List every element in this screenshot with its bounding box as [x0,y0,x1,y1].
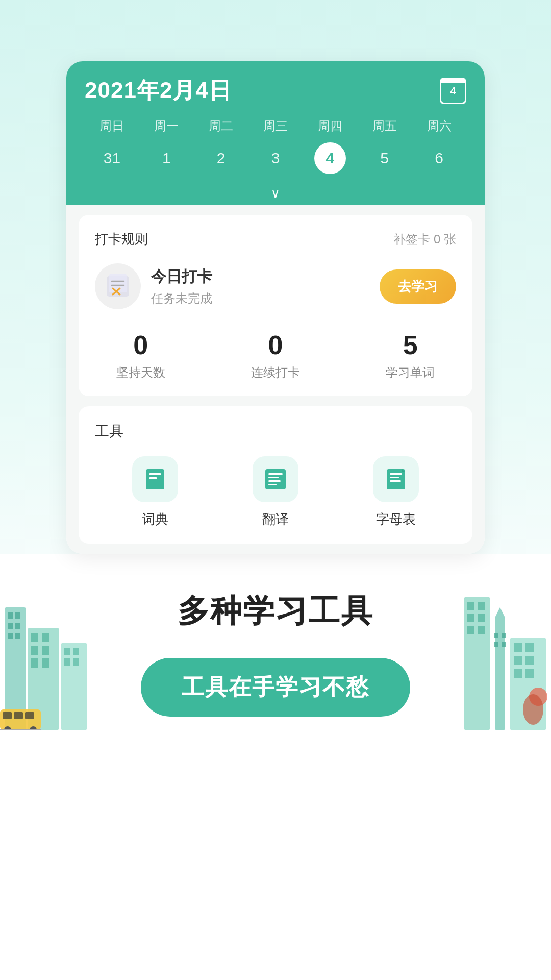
checkin-rules-label[interactable]: 打卡规则 [95,230,148,248]
svg-rect-59 [268,477,279,478]
svg-rect-20 [3,712,12,719]
weekday-sun: 周日 [85,116,139,136]
svg-rect-65 [390,477,399,478]
svg-rect-2 [15,612,20,619]
date-5[interactable]: 5 [357,142,412,174]
weekday-thu: 周四 [303,116,357,136]
checkin-today-title: 今日打卡 [151,266,369,287]
alphabet-label: 字母表 [376,510,416,528]
svg-rect-12 [31,658,38,668]
svg-rect-28 [478,602,485,610]
svg-marker-34 [495,607,505,618]
calendar-title: 2021年2月4日 [85,76,232,106]
checkin-today-subtitle: 任务未完成 [151,290,369,307]
tools-row: 词典 翻译 [95,456,456,528]
svg-rect-16 [73,648,79,655]
dictionary-icon-wrap [132,456,178,502]
translate-icon [263,467,288,492]
tool-alphabet[interactable]: 字母表 [373,456,419,528]
checkin-today-row: 今日打卡 任务未完成 去学习 [95,263,456,309]
svg-rect-29 [467,614,474,622]
weekday-fri: 周五 [357,116,412,136]
svg-rect-11 [42,646,49,655]
supplement-card-label[interactable]: 补签卡 0 张 [393,231,456,248]
tool-translate[interactable]: 翻译 [253,456,298,528]
date-6[interactable]: 6 [412,142,466,174]
calendar-icon[interactable]: 4 [440,78,466,104]
date-2[interactable]: 2 [194,142,248,174]
svg-rect-36 [502,633,506,638]
dictionary-icon [143,467,167,492]
svg-rect-10 [31,646,38,655]
svg-rect-45 [525,669,534,678]
stat-divider-1 [208,340,208,371]
svg-rect-64 [390,473,402,475]
svg-rect-14 [61,643,87,730]
date-31[interactable]: 31 [85,142,139,174]
stat-streak: 0 连续打卡 [251,330,300,381]
app-card: 2021年2月4日 4 周日 周一 周二 周三 周四 周五 周六 31 1 2 … [66,61,485,554]
svg-rect-35 [494,633,498,638]
weekday-row: 周日 周一 周二 周三 周四 周五 周六 [85,116,466,136]
svg-rect-18 [73,658,79,666]
sub-tagline-button[interactable]: 工具在手学习不愁 [141,658,410,717]
date-4-active[interactable]: 4 [314,142,346,174]
svg-rect-61 [268,484,277,485]
svg-rect-37 [494,642,498,647]
svg-rect-15 [64,648,70,655]
svg-rect-58 [268,473,283,475]
stat-persist-value: 0 [133,330,148,360]
stat-streak-value: 0 [268,330,283,360]
stat-words-value: 5 [403,330,418,360]
date-3[interactable]: 3 [248,142,303,174]
svg-rect-22 [25,712,34,719]
svg-rect-55 [149,473,161,475]
stat-streak-label: 连续打卡 [251,364,300,381]
go-study-button[interactable]: 去学习 [380,270,456,304]
content-area: 打卡规则 补签卡 0 张 今日打卡 [66,205,485,554]
svg-rect-31 [467,626,474,634]
stats-row: 0 坚持天数 0 连续打卡 5 学习单词 [95,330,456,381]
alphabet-icon [384,467,408,492]
weekday-wed: 周三 [248,116,303,136]
svg-rect-3 [8,623,13,629]
svg-rect-30 [478,614,485,622]
tool-dictionary[interactable]: 词典 [132,456,178,528]
city-left-illustration [0,567,92,730]
stat-words-label: 学习单词 [386,364,435,381]
svg-rect-6 [15,633,20,639]
svg-rect-57 [265,469,286,489]
svg-rect-27 [467,602,474,610]
svg-rect-13 [42,658,49,668]
stat-persist-label: 坚持天数 [116,364,165,381]
svg-rect-44 [514,669,522,678]
calendar-expand-arrow[interactable]: ∨ [85,182,466,205]
svg-rect-66 [390,480,401,482]
checkin-task-icon [103,271,133,302]
tools-section-title: 工具 [95,422,456,441]
translate-icon-wrap [253,456,298,502]
svg-rect-40 [514,643,522,652]
translate-label: 翻译 [262,510,289,528]
svg-rect-25 [0,729,41,730]
svg-rect-8 [31,633,38,642]
svg-rect-1 [8,612,13,619]
svg-rect-38 [502,642,506,647]
checkin-task-icon-wrap [95,263,141,309]
svg-rect-21 [14,712,23,719]
weekday-mon: 周一 [139,116,194,136]
date-1[interactable]: 1 [139,142,194,174]
svg-rect-32 [478,626,485,634]
svg-rect-56 [149,477,157,479]
svg-rect-4 [15,623,20,629]
checkin-card: 打卡规则 补签卡 0 张 今日打卡 [79,215,472,396]
calendar-section: 2021年2月4日 4 周日 周一 周二 周三 周四 周五 周六 31 1 2 … [66,61,485,205]
svg-rect-17 [64,658,70,666]
svg-rect-9 [42,633,49,642]
dictionary-label: 词典 [142,510,168,528]
weekday-tue: 周二 [194,116,248,136]
svg-rect-5 [8,633,13,639]
stat-words: 5 学习单词 [386,330,435,381]
main-tagline: 多种学习工具 [20,590,531,632]
stat-persist-days: 0 坚持天数 [116,330,165,381]
